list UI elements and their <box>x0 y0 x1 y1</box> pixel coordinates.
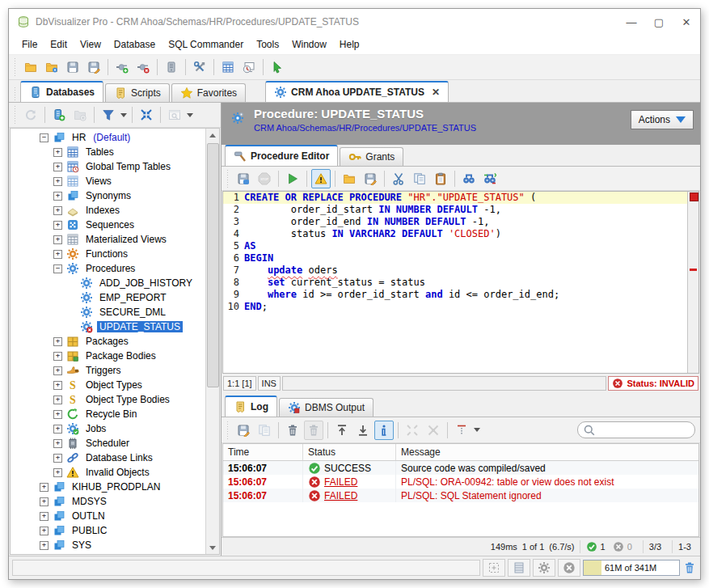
warning-button[interactable] <box>311 169 331 188</box>
tree-item-scheduler[interactable]: +Scheduler <box>11 436 205 451</box>
actions-button[interactable]: Actions <box>631 110 694 129</box>
tree-expander-icon[interactable]: + <box>53 352 62 361</box>
menu-edit[interactable]: Edit <box>44 36 74 53</box>
copy-button[interactable] <box>410 169 429 188</box>
tree-expander-icon[interactable]: + <box>53 366 62 375</box>
editor-tab-grants[interactable]: Grants <box>340 147 403 166</box>
tree-item-sequences[interactable]: +Sequences <box>11 218 205 232</box>
tree-expander-icon[interactable]: + <box>40 527 49 535</box>
folder-add-button[interactable] <box>70 105 90 125</box>
code-line-10[interactable]: 10END; <box>223 301 687 313</box>
code-line-7[interactable]: 7 update oders <box>223 264 687 277</box>
tree-expander-icon[interactable]: + <box>53 206 62 215</box>
tree-item-update-status[interactable]: UPDATE_STATUS <box>11 319 205 334</box>
tab-favorites[interactable]: Favorites <box>171 83 246 102</box>
tree-expander-icon[interactable]: + <box>53 410 62 419</box>
tools-button[interactable] <box>190 57 209 77</box>
tree-item-emp-report[interactable]: EMP_REPORT <box>11 290 205 305</box>
save-as-button[interactable] <box>361 169 380 188</box>
filter-button[interactable] <box>99 105 118 125</box>
menu-help[interactable]: Help <box>333 36 366 53</box>
log-row-3[interactable]: 15:06:07FAILEDPL/SQL: SQL Statement igno… <box>223 489 698 502</box>
log-column-header-message[interactable]: Message <box>396 444 698 460</box>
collapse-x-button[interactable] <box>137 105 156 125</box>
editor-tab-procedure-editor[interactable]: Procedure Editor <box>225 145 338 166</box>
monitor-clock-button[interactable] <box>239 57 259 77</box>
tree-item-object-type-bodies[interactable]: +SObject Type Bodies <box>11 392 205 407</box>
tree-item-add-job-history[interactable]: ADD_JOB_HISTORY <box>11 276 205 290</box>
code-line-2[interactable]: 2 order_id_start IN NUMBER DEFAULT -1, <box>223 204 687 216</box>
refresh-button[interactable] <box>21 105 40 125</box>
code-line-9[interactable]: 9 where id >= order_id_start and id <= o… <box>223 289 687 301</box>
tree-scrollbar[interactable] <box>205 129 219 554</box>
log-tab-dbms-output[interactable]: DBMS Output <box>279 398 373 417</box>
tab-scripts[interactable]: Scripts <box>105 83 170 102</box>
tree-expander-icon[interactable]: + <box>40 541 49 550</box>
tree-item-materialized-views[interactable]: +Materialized Views <box>11 232 205 247</box>
log-search-box[interactable] <box>577 421 695 438</box>
tree-item-kihub-prodplan[interactable]: +KIHUB_PRODPLAN <box>11 480 205 494</box>
copy-button[interactable] <box>255 421 274 440</box>
top-arrow-button[interactable] <box>332 421 352 440</box>
row-count-button[interactable] <box>508 559 530 577</box>
sql-editor[interactable]: 1CREATE OR REPLACE PROCEDURE "HR"."UPDAT… <box>222 191 699 374</box>
tree-expander-icon[interactable]: + <box>53 221 62 230</box>
settings-button[interactable] <box>533 559 555 577</box>
tree-expander-icon[interactable]: + <box>53 192 62 201</box>
log-tab-log[interactable]: Log <box>225 396 277 417</box>
save-as-button[interactable] <box>234 421 253 440</box>
error-marker-top[interactable] <box>690 192 698 201</box>
dropdown-caret-icon[interactable] <box>185 105 195 125</box>
bottom-arrow-button[interactable] <box>353 421 373 440</box>
tree-expander-icon[interactable]: + <box>53 163 62 171</box>
tree-item-indexes[interactable]: +Indexes <box>11 203 205 218</box>
save-button[interactable] <box>63 57 82 77</box>
tree-expander-icon[interactable]: + <box>53 425 62 434</box>
run-pointer-button[interactable] <box>268 57 287 77</box>
menu-sql-commander[interactable]: SQL Commander <box>162 36 250 53</box>
binoculars-button[interactable] <box>459 169 479 188</box>
menu-file[interactable]: File <box>15 36 44 53</box>
save-as-button[interactable] <box>84 57 103 77</box>
grid-table-button[interactable] <box>218 57 238 77</box>
maximize-button[interactable]: ▢ <box>645 10 673 34</box>
tree-item-packages[interactable]: +Packages <box>11 334 205 349</box>
tree-expander-icon[interactable]: + <box>53 148 62 157</box>
tab-databases[interactable]: Databases <box>20 81 103 102</box>
tree-item-jobs[interactable]: +Jobs <box>11 421 205 436</box>
tree-item-triggers[interactable]: +Triggers <box>11 363 205 378</box>
object-tab-close-icon[interactable]: ✕ <box>432 87 440 98</box>
code-line-8[interactable]: 8 set current_status = status <box>223 277 687 289</box>
error-stripe[interactable] <box>687 192 698 373</box>
tree-item-tables[interactable]: +Tables <box>11 145 205 159</box>
code-line-6[interactable]: 6BEGIN <box>223 252 687 264</box>
log-row-2[interactable]: 15:06:07FAILEDPL/SQL: ORA-00942: table o… <box>223 475 698 489</box>
tree-item-synonyms[interactable]: +Synonyms <box>11 188 205 203</box>
menu-database[interactable]: Database <box>108 36 162 53</box>
error-marker-line7[interactable] <box>690 269 697 271</box>
tree-expander-icon[interactable]: + <box>53 250 62 259</box>
tree-expander-icon[interactable]: + <box>53 235 62 244</box>
log-row-1[interactable]: 15:06:07SUCCESSSource code was compiled/… <box>223 461 698 475</box>
tree-item-procedures[interactable]: −Procedures <box>11 261 205 276</box>
trash-button[interactable] <box>304 421 323 440</box>
trash-button[interactable] <box>283 421 302 440</box>
stop-button[interactable]: STOP <box>255 169 274 188</box>
open-folder-button[interactable] <box>21 57 40 77</box>
code-line-5[interactable]: 5AS <box>223 240 687 252</box>
memory-indicator[interactable]: 61M of 341M <box>583 560 680 576</box>
tree-expander-icon[interactable]: + <box>53 177 62 186</box>
connect-button[interactable] <box>112 57 132 77</box>
code-line-3[interactable]: 3 order_id_end IN NUMBER DEFAULT -1, <box>223 216 687 228</box>
tree-item-package-bodies[interactable]: +Package Bodies <box>11 349 205 363</box>
object-tab-crm-ahoa-update-status[interactable]: CRM Ahoa UPDATE_STATUS ✕ <box>265 81 449 102</box>
tree-item-sys[interactable]: +SYS <box>11 538 205 552</box>
code-line-4[interactable]: 4 status IN VARCHAR2 DEFAULT 'CLOSED') <box>223 228 687 240</box>
disconnect-button[interactable] <box>133 57 153 77</box>
scroll-up-icon[interactable] <box>206 129 219 142</box>
breadcrumb[interactable]: CRM Ahoa/Schemas/HR/Procedures/UPDATE_ST… <box>254 122 631 134</box>
binoculars-replace-button[interactable] <box>480 169 500 188</box>
tree-expander-icon[interactable]: + <box>53 468 62 477</box>
menu-window[interactable]: Window <box>285 36 333 53</box>
scroll-down-icon[interactable] <box>206 541 219 554</box>
